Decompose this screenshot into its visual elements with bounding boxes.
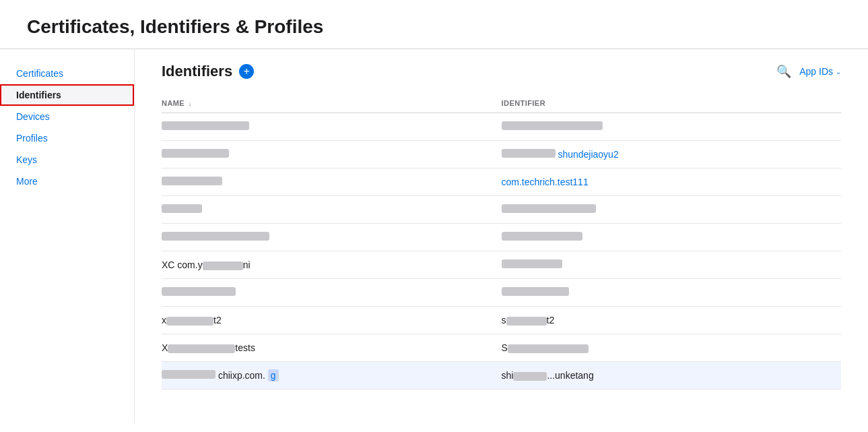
sidebar-item-profiles[interactable]: Profiles [0,127,134,149]
table-row[interactable]: com.techrich.test111 [162,168,841,196]
row-name [162,149,502,160]
row-identifier [502,232,842,243]
section-title: Identifiers [162,63,232,80]
row-name: xt2 [162,315,502,326]
row-identifier: shi...unketang [502,370,842,381]
sidebar-item-devices[interactable]: Devices [0,106,134,127]
table-row[interactable] [162,196,841,224]
row-name: chiixp.com. g [162,370,502,381]
table-header: NAME ↓ IDENTIFIER [162,94,841,113]
row-name: XC com.yni [162,259,502,270]
table-row[interactable]: chiixp.com. g shi...unketang [162,362,841,390]
search-button[interactable]: 🔍 [776,64,791,79]
row-identifier [502,204,842,215]
col-identifier-header: IDENTIFIER [502,99,842,107]
table-row[interactable] [162,113,841,141]
table-row[interactable]: XC com.yni [162,251,841,279]
filter-dropdown[interactable]: App IDs ⌄ [799,66,841,77]
row-name [162,232,502,243]
sidebar-item-more[interactable]: More [0,171,134,192]
row-identifier: shundejiaoyu2 [502,149,842,160]
col-name-header[interactable]: NAME ↓ [162,99,502,107]
row-identifier: st2 [502,315,842,326]
row-name [162,177,502,187]
table-row[interactable] [162,279,841,307]
table-row[interactable]: shundejiaoyu2 [162,141,841,168]
table-row[interactable]: xt2 st2 [162,307,841,334]
row-name [162,204,502,215]
table-row[interactable]: Xtests S [162,334,841,362]
row-identifier [502,287,842,298]
row-name [162,287,502,298]
row-name: Xtests [162,342,502,353]
row-identifier: com.techrich.test111 [502,177,842,187]
row-identifier [502,121,842,132]
sidebar-item-keys[interactable]: Keys [0,149,134,171]
table-row[interactable] [162,224,841,251]
header-controls: 🔍 App IDs ⌄ [776,64,841,79]
sidebar-item-certificates[interactable]: Certificates [0,63,134,84]
sidebar: Certificates Identifiers Devices Profile… [0,49,135,424]
main-content: Identifiers + 🔍 App IDs ⌄ NAME ↓ IDENTIF… [135,49,868,424]
sidebar-item-identifiers[interactable]: Identifiers [0,84,134,106]
row-name [162,121,502,132]
add-identifier-button[interactable]: + [239,64,254,79]
row-identifier: S [502,342,842,353]
sort-icon: ↓ [189,100,192,107]
content-title: Identifiers + [162,63,254,80]
row-identifier [502,259,842,270]
page-title: Certificates, Identifiers & Profiles [27,16,841,38]
chevron-down-icon: ⌄ [836,68,841,75]
